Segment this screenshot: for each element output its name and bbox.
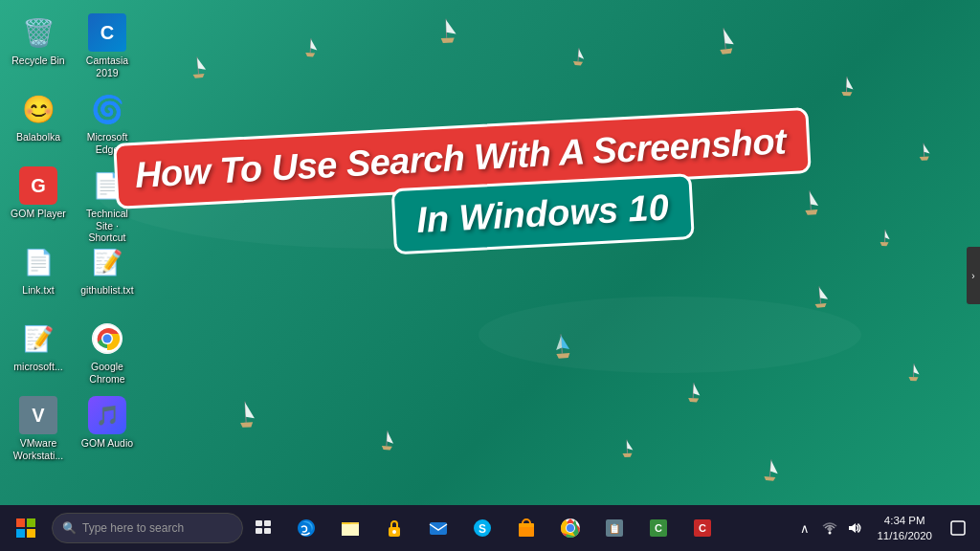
- desktop-icon-chrome[interactable]: Google Chrome: [73, 314, 142, 390]
- search-box[interactable]: 🔍 Type here to search: [52, 513, 243, 543]
- gomaudio-label: GOM Audio: [81, 437, 133, 450]
- svg-line-5: [310, 38, 311, 53]
- svg-marker-9: [441, 37, 455, 42]
- svg-marker-31: [688, 398, 699, 403]
- svg-line-14: [724, 28, 725, 49]
- edge-label: Microsoft Edge: [77, 131, 138, 155]
- svg-marker-32: [693, 384, 701, 395]
- svg-line-54: [655, 163, 656, 177]
- svg-line-30: [693, 383, 694, 398]
- svg-point-1: [479, 297, 861, 373]
- taskbar-skype-icon[interactable]: S: [461, 505, 503, 551]
- notification-button[interactable]: [944, 505, 972, 551]
- svg-marker-37: [908, 377, 918, 381]
- taskbar-store-icon[interactable]: [505, 505, 547, 551]
- taskbar-app1-icon[interactable]: 📋: [593, 505, 635, 551]
- boats-decoration: [0, 0, 980, 551]
- desktop-icon-camtasia[interactable]: C Camtasia 2019: [73, 8, 142, 84]
- svg-line-26: [561, 335, 562, 354]
- svg-line-20: [924, 143, 924, 157]
- desktop-icons-container: 🗑️ Recycle Bin C Camtasia 2019 😊 Balabol…: [0, 0, 144, 497]
- svg-point-0: [96, 134, 670, 249]
- camtasia-icon: C: [88, 13, 126, 52]
- desktop-icon-gomaudio[interactable]: 🎵 GOM Audio: [73, 390, 142, 455]
- taskbar-chrome-icon[interactable]: [549, 505, 591, 551]
- clock-time: 4:34 PM: [884, 513, 925, 528]
- svg-marker-18: [841, 92, 852, 96]
- balabolka-icon: 😊: [19, 90, 57, 128]
- clock-date: 11/16/2020: [877, 528, 932, 543]
- desktop-background: [0, 0, 980, 551]
- svg-point-86: [567, 524, 574, 532]
- svg-line-51: [513, 124, 514, 143]
- svg-marker-10: [446, 19, 457, 33]
- svg-marker-35: [819, 287, 828, 300]
- svg-rect-75: [256, 528, 262, 534]
- svg-marker-3: [193, 74, 205, 78]
- taskbar-app3-icon[interactable]: C: [681, 505, 724, 551]
- svg-marker-38: [914, 364, 920, 374]
- svg-marker-58: [805, 209, 817, 215]
- svg-rect-76: [264, 528, 271, 534]
- svg-rect-72: [27, 529, 35, 538]
- desktop-icon-microsoft[interactable]: 📝 microsoft...: [4, 314, 73, 379]
- svg-rect-94: [951, 521, 965, 535]
- tray-volume-icon[interactable]: [844, 505, 865, 551]
- svg-marker-44: [387, 431, 394, 443]
- desktop-icon-recycle-bin[interactable]: 🗑️ Recycle Bin: [4, 8, 73, 73]
- svg-marker-16: [724, 28, 734, 45]
- svg-marker-62: [885, 231, 890, 239]
- chrome-label: Google Chrome: [77, 361, 138, 385]
- task-view-button[interactable]: [245, 505, 283, 551]
- balabolka-label: Balabolka: [16, 131, 60, 143]
- recycle-bin-icon: 🗑️: [19, 13, 57, 52]
- chrome-icon: [88, 320, 126, 358]
- svg-rect-74: [264, 520, 271, 526]
- svg-marker-55: [650, 177, 659, 182]
- svg-marker-12: [573, 61, 583, 66]
- search-placeholder-text: Type here to search: [82, 521, 184, 535]
- tray-show-hidden[interactable]: ∧: [794, 505, 815, 551]
- taskbar-lock-icon[interactable]: [373, 505, 415, 551]
- taskbar-edge-icon[interactable]: [285, 505, 327, 551]
- tray-network-icon[interactable]: [819, 505, 840, 551]
- system-clock[interactable]: 4:34 PM 11/16/2020: [869, 505, 940, 551]
- desktop-icon-linktxt[interactable]: 📄 Link.txt: [4, 237, 73, 302]
- svg-rect-70: [27, 518, 35, 527]
- svg-marker-56: [655, 164, 662, 174]
- gomaudio-icon: 🎵: [88, 396, 126, 434]
- taskbar-explorer-icon[interactable]: [329, 505, 371, 551]
- svg-line-33: [819, 286, 821, 303]
- taskbar-app2-icon[interactable]: C: [637, 505, 679, 551]
- svg-line-48: [769, 460, 771, 477]
- githublist-label: githublist.txt: [80, 284, 133, 297]
- svg-marker-50: [770, 461, 779, 474]
- desktop-icon-gomplayer[interactable]: G GOM Player: [4, 161, 73, 226]
- svg-line-39: [245, 402, 246, 423]
- camtasia-label: Camtasia 2019: [77, 55, 138, 78]
- taskbar-show-desktop[interactable]: ›: [967, 247, 980, 304]
- desktop-icon-edge[interactable]: 🌀 Microsoft Edge: [73, 84, 142, 161]
- svg-marker-34: [815, 303, 827, 308]
- svg-marker-29: [555, 337, 562, 350]
- vmware-icon: V: [19, 396, 57, 434]
- start-button[interactable]: [4, 505, 48, 551]
- search-icon: 🔍: [62, 521, 77, 535]
- desktop-icon-githublist[interactable]: 📝 githublist.txt: [73, 237, 142, 302]
- svg-marker-61: [880, 242, 888, 246]
- gomplayer-icon: G: [19, 166, 57, 205]
- techsite-icon: 📄: [88, 166, 126, 205]
- svg-marker-47: [627, 441, 633, 451]
- svg-marker-21: [920, 156, 929, 161]
- svg-rect-69: [16, 518, 25, 527]
- desktop-icon-balabolka[interactable]: 😊 Balabolka: [4, 84, 73, 149]
- svg-marker-46: [622, 453, 632, 457]
- svg-point-93: [829, 532, 832, 535]
- desktop-icon-techsite[interactable]: 📄 Technical Site · Shortcut: [73, 161, 142, 250]
- edge-icon: 🌀: [88, 90, 126, 128]
- svg-marker-41: [245, 402, 255, 418]
- svg-marker-28: [561, 335, 569, 350]
- microsoft-label: microsoft...: [13, 361, 62, 373]
- taskbar-mail-icon[interactable]: [417, 505, 459, 551]
- desktop-icon-vmware[interactable]: V VMware Workstati...: [4, 390, 73, 467]
